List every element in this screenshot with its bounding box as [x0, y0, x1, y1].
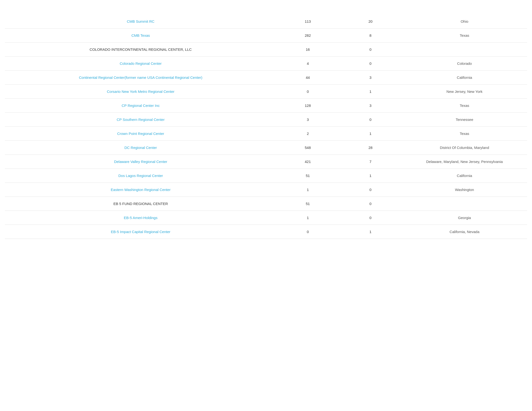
table-container: CMB Summit RC11320OhioCMB Texas2828Texas…	[0, 0, 532, 258]
center-name-cell: COLORADO INTERCONTINENTAL REGIONAL CENTE…	[5, 43, 276, 56]
table-row: Continental Regional Center(former name …	[5, 71, 527, 85]
center-name-cell[interactable]: EB-5 Ameri-Holdings	[5, 211, 276, 225]
col2-cell: 44	[276, 71, 339, 85]
center-name-cell[interactable]: Corsario New York Metro Regional Center	[5, 85, 276, 99]
table-row: Corsario New York Metro Regional Center0…	[5, 85, 527, 99]
col2-cell: 16	[276, 43, 339, 56]
state-cell: California	[402, 71, 527, 85]
table-row: Dos Lagos Regional Center511California	[5, 169, 527, 183]
state-cell: Texas	[402, 127, 527, 141]
col3-cell: 0	[339, 56, 402, 71]
center-name-link[interactable]: EB-5 Ameri-Holdings	[124, 216, 157, 220]
col3-cell: 0	[339, 183, 402, 197]
col3-cell: 0	[339, 113, 402, 127]
state-cell: California	[402, 169, 527, 183]
col3-cell: 1	[339, 225, 402, 239]
state-cell: Texas	[402, 99, 527, 113]
col2-cell: 3	[276, 113, 339, 127]
center-name-cell[interactable]: Dos Lagos Regional Center	[5, 169, 276, 183]
center-name-cell[interactable]: CP Regional Center Inc	[5, 99, 276, 113]
center-name-cell[interactable]: Colorado Regional Center	[5, 56, 276, 71]
table-row: COLORADO INTERCONTINENTAL REGIONAL CENTE…	[5, 43, 527, 56]
state-cell: California, Nevada	[402, 225, 527, 239]
col3-cell: 7	[339, 155, 402, 169]
col2-cell: 2	[276, 127, 339, 141]
center-name-link[interactable]: CP Regional Center Inc	[122, 103, 160, 108]
col3-cell: 3	[339, 99, 402, 113]
table-row: Delaware Valley Regional Center4217Delaw…	[5, 155, 527, 169]
center-name-cell: EB 5 FUND REGIONAL CENTER	[5, 197, 276, 211]
state-cell: Washington	[402, 183, 527, 197]
state-cell: Georgia	[402, 211, 527, 225]
table-row: EB 5 FUND REGIONAL CENTER510	[5, 197, 527, 211]
col3-cell: 1	[339, 169, 402, 183]
table-row: EB-5 Ameri-Holdings10Georgia	[5, 211, 527, 225]
center-name-cell[interactable]: EB-5 Impact Capital Regional Center	[5, 225, 276, 239]
col3-cell: 0	[339, 43, 402, 56]
state-cell: Tennessee	[402, 113, 527, 127]
center-name-link[interactable]: Crown Point Regional Center	[117, 131, 164, 136]
table-row: Colorado Regional Center40Colorado	[5, 56, 527, 71]
center-name-text: COLORADO INTERCONTINENTAL REGIONAL CENTE…	[90, 47, 192, 51]
state-cell: District Of Columbia, Maryland	[402, 141, 527, 155]
col2-cell: 282	[276, 28, 339, 43]
center-name-link[interactable]: Dos Lagos Regional Center	[118, 174, 163, 178]
center-name-cell[interactable]: Eastern Washington Regional Center	[5, 183, 276, 197]
col3-cell: 1	[339, 127, 402, 141]
table-row: EB-5 Impact Capital Regional Center01Cal…	[5, 225, 527, 239]
center-name-link[interactable]: CMB Summit RC	[127, 19, 154, 23]
center-name-link[interactable]: EB-5 Impact Capital Regional Center	[111, 230, 171, 234]
center-name-link[interactable]: Colorado Regional Center	[120, 61, 162, 65]
table-row: CP Regional Center Inc1283Texas	[5, 99, 527, 113]
center-name-link[interactable]: CMB Texas	[131, 33, 150, 37]
col2-cell: 1	[276, 211, 339, 225]
col2-cell: 128	[276, 99, 339, 113]
state-cell: Delaware, Maryland, New Jersey, Pennsylv…	[402, 155, 527, 169]
center-name-cell[interactable]: CP Southern Regional Center	[5, 113, 276, 127]
table-row: Crown Point Regional Center21Texas	[5, 127, 527, 141]
table-row: Eastern Washington Regional Center10Wash…	[5, 183, 527, 197]
col3-cell: 0	[339, 211, 402, 225]
center-name-link[interactable]: Eastern Washington Regional Center	[111, 188, 171, 192]
center-name-link[interactable]: Continental Regional Center(former name …	[79, 75, 202, 80]
table-row: CMB Summit RC11320Ohio	[5, 15, 527, 28]
col2-cell: 1	[276, 183, 339, 197]
table-row: CP Southern Regional Center30Tennessee	[5, 113, 527, 127]
col2-cell: 0	[276, 225, 339, 239]
state-cell	[402, 43, 527, 56]
col2-cell: 51	[276, 197, 339, 211]
center-name-cell[interactable]: DC Regional Center	[5, 141, 276, 155]
center-name-link[interactable]: Delaware Valley Regional Center	[114, 159, 167, 164]
col3-cell: 28	[339, 141, 402, 155]
col2-cell: 0	[276, 85, 339, 99]
center-name-cell[interactable]: CMB Summit RC	[5, 15, 276, 28]
state-cell: Ohio	[402, 15, 527, 28]
table-row: DC Regional Center54828District Of Colum…	[5, 141, 527, 155]
center-name-cell[interactable]: Delaware Valley Regional Center	[5, 155, 276, 169]
table-row: CMB Texas2828Texas	[5, 28, 527, 43]
col3-cell: 3	[339, 71, 402, 85]
state-cell: Colorado	[402, 56, 527, 71]
center-name-link[interactable]: Corsario New York Metro Regional Center	[107, 89, 174, 93]
state-cell	[402, 197, 527, 211]
col3-cell: 0	[339, 197, 402, 211]
col2-cell: 113	[276, 15, 339, 28]
center-name-text: EB 5 FUND REGIONAL CENTER	[114, 202, 168, 206]
col3-cell: 8	[339, 28, 402, 43]
col2-cell: 548	[276, 141, 339, 155]
col2-cell: 51	[276, 169, 339, 183]
col3-cell: 20	[339, 15, 402, 28]
col2-cell: 4	[276, 56, 339, 71]
regional-centers-table: CMB Summit RC11320OhioCMB Texas2828Texas…	[5, 15, 527, 239]
center-name-cell[interactable]: CMB Texas	[5, 28, 276, 43]
center-name-link[interactable]: DC Regional Center	[124, 146, 157, 150]
col3-cell: 1	[339, 85, 402, 99]
state-cell: Texas	[402, 28, 527, 43]
center-name-link[interactable]: CP Southern Regional Center	[117, 118, 165, 121]
center-name-cell[interactable]: Continental Regional Center(former name …	[5, 71, 276, 85]
center-name-cell[interactable]: Crown Point Regional Center	[5, 127, 276, 141]
state-cell: New Jersey, New York	[402, 85, 527, 99]
col2-cell: 421	[276, 155, 339, 169]
